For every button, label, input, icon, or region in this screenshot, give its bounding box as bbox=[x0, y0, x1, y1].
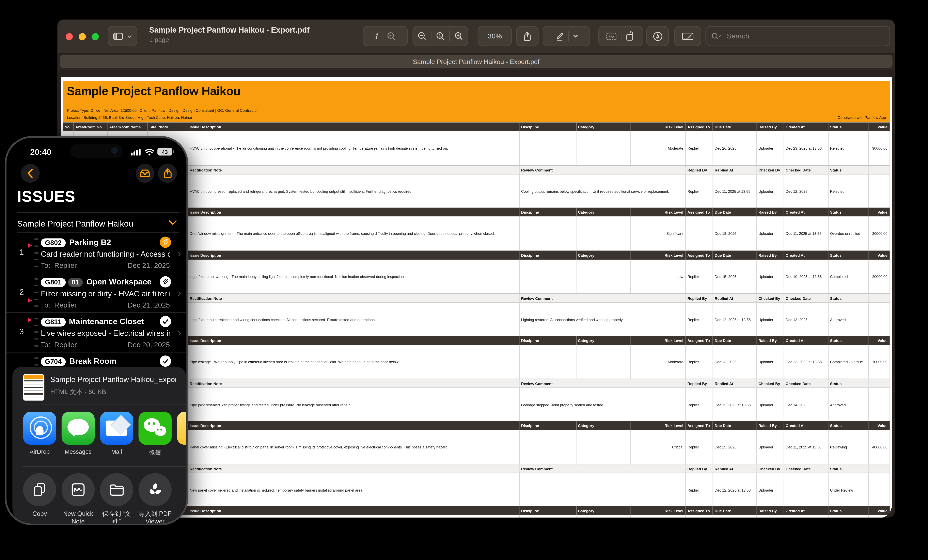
zoom-window-button[interactable] bbox=[92, 33, 99, 40]
column-header: Assigned To bbox=[685, 336, 713, 345]
checked-by-cell: Uploader bbox=[756, 174, 783, 207]
issue-description-cell: Fixture not operational - Toilet fixture… bbox=[188, 515, 519, 518]
column-header: Discipline bbox=[519, 207, 576, 216]
report-meta-line2: Location: Building 2466, Banli 3rd Stree… bbox=[67, 116, 193, 119]
search-input[interactable] bbox=[726, 31, 876, 41]
column-header: Checked Date bbox=[783, 166, 828, 174]
column-header: Area/Room No. bbox=[73, 122, 107, 131]
tray-icon bbox=[140, 169, 150, 178]
column-header: Issue Description bbox=[188, 336, 519, 345]
signature-button[interactable] bbox=[674, 26, 701, 46]
markup-chevron-button[interactable] bbox=[573, 34, 578, 38]
column-header: Raised By bbox=[756, 122, 783, 131]
column-header: Replied At bbox=[713, 166, 756, 174]
discipline-cell bbox=[519, 131, 576, 166]
room-name: Break Room bbox=[69, 357, 116, 366]
column-header: Value bbox=[868, 122, 890, 131]
zoom-in-icon bbox=[454, 31, 464, 41]
rectification-note-cell: Pipe joint resealed with proper fittings… bbox=[188, 388, 519, 421]
assignee: To: Replier bbox=[41, 262, 77, 270]
action-new-quick-note[interactable]: New Quick Note bbox=[62, 473, 95, 523]
project-selector[interactable]: Sample Project Panflow Haikou bbox=[6, 215, 186, 233]
report-meta-line1: Project Type: Office | Net Area: 12500.0… bbox=[67, 108, 258, 113]
raised-by-cell: Uploader bbox=[756, 430, 783, 464]
value-cell: 20000.00 bbox=[868, 216, 890, 250]
room-badge: G811 bbox=[41, 317, 66, 326]
due-date-cell: Dec 26, 2025 bbox=[713, 131, 756, 166]
checked-by-cell: Uploader bbox=[756, 388, 783, 421]
list-item[interactable]: 1 G802Parking B2 Card reader not functio… bbox=[6, 234, 186, 273]
close-window-button[interactable] bbox=[66, 33, 73, 40]
issue-description-cell: Light fixture not working - The main lob… bbox=[188, 260, 519, 294]
share-target-messages[interactable]: Messages bbox=[62, 412, 95, 455]
risk-level-cell: Moderate bbox=[630, 131, 685, 166]
share-target-wechat[interactable]: 微信 bbox=[139, 412, 172, 457]
replied-by-cell: Replier bbox=[685, 174, 713, 207]
zoom-level-button[interactable]: 30% bbox=[478, 26, 512, 46]
zoom-out-button[interactable] bbox=[417, 31, 427, 41]
highlight-button[interactable] bbox=[386, 31, 396, 41]
markup-pen-icon bbox=[555, 31, 564, 41]
empty-cell bbox=[868, 294, 890, 303]
column-header: Risk Level bbox=[630, 506, 685, 515]
list-item[interactable]: 3 G811Maintenance Closet Live wires expo… bbox=[6, 313, 186, 353]
issue-header-row: No.Area/Room No.Area/Room NameSite Photo… bbox=[63, 506, 890, 515]
tab-bar: Sample Project Panflow Haikou - Export.p… bbox=[57, 54, 895, 70]
replied-by-cell: Replier bbox=[685, 303, 713, 336]
attachment-badge bbox=[160, 276, 171, 288]
discipline-cell bbox=[519, 216, 576, 250]
copy-icon bbox=[33, 482, 46, 497]
zoom-group: 1 bbox=[412, 26, 468, 46]
archive-button[interactable] bbox=[136, 164, 154, 183]
assigned-to-cell: Replier bbox=[685, 260, 713, 294]
chevron-right-icon: › bbox=[178, 288, 181, 299]
zoom-in-button[interactable] bbox=[454, 31, 464, 41]
document-tab[interactable]: Sample Project Panflow Haikou - Export.p… bbox=[60, 55, 893, 68]
sidebar-toggle-button[interactable] bbox=[108, 26, 137, 46]
column-header: Risk Level bbox=[630, 250, 685, 260]
category-cell bbox=[576, 430, 630, 464]
share-button[interactable] bbox=[516, 26, 539, 46]
due-date-cell: Dec 18, 2025 bbox=[713, 216, 756, 250]
rectification-note-cell: New panel cover ordered and installation… bbox=[188, 473, 519, 506]
share-target-more[interactable] bbox=[177, 412, 186, 445]
action-copy[interactable]: Copy bbox=[23, 473, 56, 517]
actual-size-button[interactable]: 1 bbox=[435, 31, 445, 41]
paperclip-icon bbox=[162, 239, 169, 245]
selection-icon bbox=[606, 32, 617, 41]
share-target-airdrop[interactable]: AirDrop bbox=[23, 412, 56, 455]
share-target-mail[interactable]: Mail bbox=[100, 412, 133, 455]
check-icon bbox=[162, 358, 169, 364]
column-header: Raised By bbox=[756, 421, 783, 430]
share-export-button[interactable] bbox=[158, 164, 177, 183]
created-at-cell: Dec 10, 2025 at 13:58 bbox=[783, 260, 828, 294]
action-import-pdf-viewer[interactable]: 导入到 PDF Viewer bbox=[139, 473, 172, 523]
column-header: Checked By bbox=[756, 464, 783, 473]
item-number: 2 bbox=[20, 288, 24, 297]
column-header: Review Comment bbox=[519, 166, 685, 174]
info-button[interactable]: i bbox=[375, 31, 378, 41]
created-at-cell: Dec 12, 2025 at 13:58 bbox=[783, 515, 828, 518]
column-header: Status bbox=[828, 379, 868, 388]
markup-button[interactable] bbox=[555, 31, 564, 41]
minimize-window-button[interactable] bbox=[79, 33, 86, 40]
column-header: Discipline bbox=[519, 421, 576, 430]
back-button[interactable] bbox=[21, 164, 40, 183]
action-save-to-files[interactable]: 保存到 “文件” bbox=[100, 473, 133, 523]
list-item[interactable]: 2 G80101Open Workspace Filter missing or… bbox=[6, 273, 186, 313]
annotate-button[interactable] bbox=[646, 26, 669, 46]
zoom-level-value: 30% bbox=[488, 32, 502, 40]
rotate-button[interactable] bbox=[626, 31, 636, 41]
raised-by-cell: Uploader bbox=[756, 260, 783, 294]
review-comment-cell bbox=[519, 473, 685, 506]
status-cell: Approved bbox=[828, 303, 868, 336]
info-icon: i bbox=[375, 31, 378, 41]
column-header: Checked Date bbox=[783, 294, 828, 303]
selection-button[interactable] bbox=[606, 32, 617, 41]
search-field[interactable] bbox=[705, 26, 890, 46]
room-name: Maintenance Closet bbox=[69, 317, 144, 326]
column-header: Due Date bbox=[713, 421, 756, 430]
raised-by-cell: Uploader bbox=[756, 131, 783, 166]
column-header: Discipline bbox=[519, 336, 576, 345]
category-cell bbox=[576, 260, 630, 294]
